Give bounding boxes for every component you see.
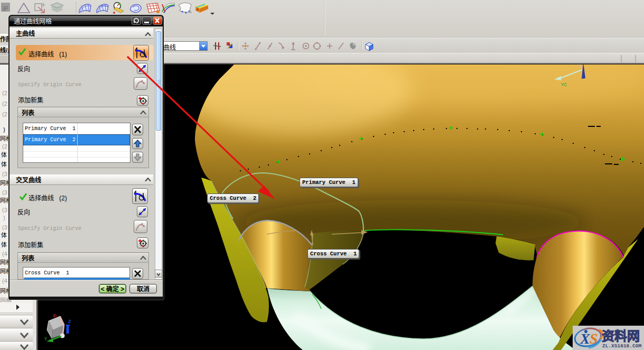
svg-text:ZL.XS1616.COM: ZL.XS1616.COM (602, 343, 641, 349)
svg-text:资料网: 资料网 (602, 326, 640, 344)
svg-text:Z: Z (68, 319, 71, 325)
svg-text:S: S (590, 330, 598, 347)
svg-text:Y: Y (44, 337, 48, 342)
svg-text:X: X (580, 330, 591, 347)
svg-text:YC: YC (561, 82, 567, 88)
